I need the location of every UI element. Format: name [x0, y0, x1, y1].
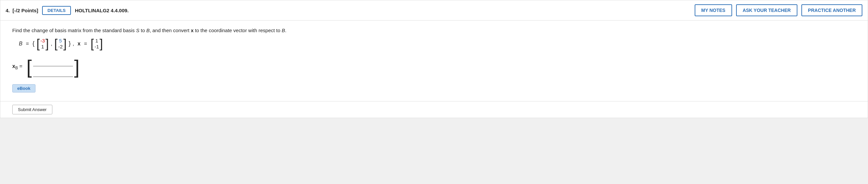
matrix2-row2: -2: [58, 44, 63, 50]
ebook-button[interactable]: eBook: [12, 84, 35, 92]
xvec-content: 1 -1: [94, 38, 99, 50]
xvec-bottom: -1: [94, 44, 99, 50]
matrix1-top: -3: [40, 38, 45, 44]
question-header: 4. [-/2 Points] DETAILS HOLTLINALG2 4.4.…: [0, 0, 868, 21]
question-code: HOLTLINALG2 4.4.009.: [75, 8, 129, 13]
matrix1-bottom: 1: [41, 44, 44, 50]
xvec-row2: -1: [94, 44, 99, 50]
matrix2-bracket-left: [: [54, 38, 58, 50]
xvec-bracket-left: [: [91, 38, 94, 50]
x-vec-wrap: [ 1 -1 ]: [91, 38, 103, 50]
matrix1-row2: 1: [41, 44, 44, 50]
question-num-text: 4.: [6, 8, 10, 13]
matrix2-content: 5 -2: [58, 38, 63, 50]
matrix2-wrap: [ 5 -2 ]: [54, 38, 67, 50]
question-body: Find the change of basis matrix from the…: [0, 21, 868, 101]
answer-bracket-left: [: [27, 57, 32, 76]
matrix2-row1: 5: [59, 38, 62, 44]
matrix1-wrap: [ -3 1 ]: [36, 38, 49, 50]
math-expression: B = { [ -3 1 ]: [19, 38, 860, 50]
answer-input-2[interactable]: [33, 68, 73, 77]
details-button[interactable]: DETAILS: [42, 6, 71, 15]
xvec-bracket-right: ]: [100, 38, 103, 50]
matrix1-content: -3 1: [40, 38, 45, 50]
submit-row: Submit Answer: [0, 101, 868, 118]
points-text: [-/2 Points]: [12, 8, 38, 13]
my-notes-button[interactable]: MY NOTES: [695, 4, 732, 16]
comma2: ,: [72, 40, 74, 47]
matrix1-row1: -3: [40, 38, 45, 44]
matrix1-bracket-right: ]: [45, 38, 49, 50]
answer-row: xB = [ ]: [12, 56, 860, 78]
xb-label: xB =: [12, 63, 23, 70]
answer-input-1[interactable]: [33, 57, 73, 66]
ask-teacher-button[interactable]: ASK YOUR TEACHER: [736, 4, 797, 16]
answer-bracket-right: ]: [74, 57, 80, 76]
matrix2-bottom: -2: [58, 44, 63, 50]
equals-sign: =: [25, 40, 30, 47]
submit-button[interactable]: Submit Answer: [12, 105, 52, 114]
question-card: 4. [-/2 Points] DETAILS HOLTLINALG2 4.4.…: [0, 0, 868, 118]
xvec-row1: 1: [95, 38, 98, 44]
practice-another-button[interactable]: PRACTICE ANOTHER: [801, 4, 862, 16]
matrix2-top: 5: [59, 38, 62, 44]
answer-box: [ ]: [27, 56, 80, 78]
problem-description: Find the change of basis matrix from the…: [12, 27, 860, 34]
x-equals: =: [83, 40, 89, 47]
page-wrapper: 4. [-/2 Points] DETAILS HOLTLINALG2 4.4.…: [0, 0, 868, 118]
xb-subscript: B: [15, 66, 18, 71]
set-open-brace: {: [32, 40, 34, 48]
question-number: 4. [-/2 Points]: [6, 8, 38, 13]
basis-label: B: [19, 40, 23, 47]
matrix1-bracket-left: [: [36, 38, 40, 50]
x-bold: x: [76, 40, 81, 47]
matrix2-bracket-right: ]: [63, 38, 67, 50]
answer-inputs: [32, 56, 74, 78]
xvec-top: 1: [95, 38, 98, 44]
comma1: ,: [51, 40, 52, 47]
ebook-row: eBook: [12, 84, 860, 97]
set-close-brace: }: [69, 40, 71, 48]
